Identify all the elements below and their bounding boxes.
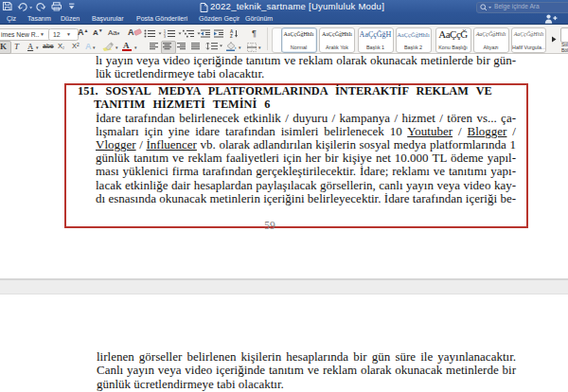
- svg-text:3: 3: [164, 35, 166, 38]
- svg-text:Z: Z: [230, 34, 233, 38]
